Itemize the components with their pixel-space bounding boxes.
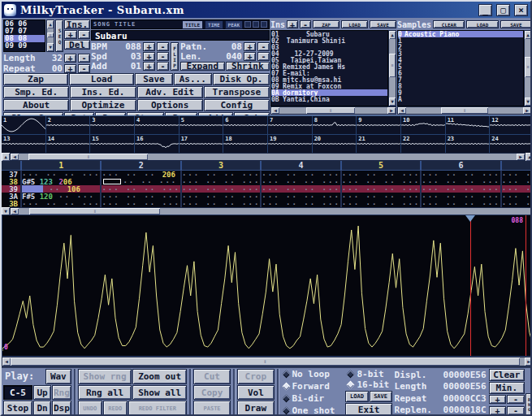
- scroll-thumb[interactable]: ≡: [389, 54, 396, 77]
- loop-mode-option-no-loop[interactable]: No loop: [281, 369, 344, 380]
- pattern-cell[interactable]: ··· ·· ·· ···: [20, 171, 100, 178]
- scroll-thumb[interactable]: ≡: [47, 32, 54, 37]
- pattern-cell[interactable]: ··· ·· ·· ···: [180, 200, 260, 207]
- pattern-cell[interactable]: G#5 123 206: [20, 178, 100, 185]
- octave-down-button[interactable]: Dn: [33, 401, 51, 416]
- seq-strip-button[interactable]: SEQ: [55, 20, 63, 52]
- instrument-save-button[interactable]: SAVE: [370, 20, 396, 28]
- sample-row[interactable]: 7: [398, 76, 523, 83]
- titlebar[interactable]: MilkyTracker - Subaru.xm _ ▢ ×: [2, 2, 530, 18]
- sample-row[interactable]: 0Acoustic Piano: [398, 31, 523, 37]
- sample-thumbnail-9[interactable]: 9: [357, 116, 400, 134]
- menu-button-save[interactable]: Save: [135, 73, 173, 85]
- tab-time[interactable]: TIME: [205, 20, 223, 29]
- position-list[interactable]: 06 0607 0708 0809 09: [3, 20, 45, 52]
- sample-row[interactable]: 3: [398, 50, 523, 57]
- sample-thumbnail-14[interactable]: 14: [46, 135, 90, 153]
- instrument-vscrollbar[interactable]: ▲≡▼: [388, 30, 396, 106]
- spd-minus-button[interactable]: -: [157, 52, 169, 61]
- menu-button-disk-op-[interactable]: Disk Op.: [213, 73, 270, 85]
- play-position-marker[interactable]: [465, 215, 475, 222]
- scroll-left-icon[interactable]: ◀: [11, 154, 19, 160]
- tab-title[interactable]: TITLE: [182, 20, 203, 29]
- pattern-row-3B[interactable]: 3B··· ·· ·· ······ ·· ·· ······ ·· ·· ··…: [2, 200, 532, 207]
- scroll-right-icon[interactable]: ▶: [517, 154, 525, 160]
- patn-plus-button[interactable]: +: [244, 42, 256, 51]
- repeat-plus-button[interactable]: +: [64, 64, 76, 73]
- scroll-track[interactable]: ≡: [47, 28, 54, 43]
- sample-load-button[interactable]: LOAD: [466, 20, 498, 28]
- pattern-row-38[interactable]: 38G#5 123 206·· ·· ······ ·· ·· ······ ·…: [2, 178, 532, 185]
- scroll-left-icon[interactable]: ◀: [398, 107, 406, 114]
- sample-thumbnail-11[interactable]: 11: [446, 116, 490, 134]
- pattern-up-icon[interactable]: ▲: [2, 153, 10, 161]
- pattern-cell[interactable]: ··· ·· ·· ···: [340, 200, 420, 207]
- scroll-left-icon[interactable]: ◀: [11, 208, 19, 214]
- sample-load-small-button[interactable]: LOAD: [345, 391, 368, 402]
- sample-list[interactable]: 0Acoustic Piano123456789A: [397, 30, 524, 106]
- pattern-cell[interactable]: ··· ·· ·· ···: [260, 178, 340, 185]
- add-minus-button[interactable]: -: [157, 62, 169, 71]
- show-all-button[interactable]: Show all: [132, 385, 187, 401]
- sample-row[interactable]: 1: [398, 37, 523, 44]
- pattern-cell[interactable]: ··· ·· ·· ···: [100, 200, 179, 207]
- position-minus-button[interactable]: -: [78, 30, 91, 39]
- channel-header-4[interactable]: 4: [260, 161, 340, 170]
- pattern-cell[interactable]: ··· ·· ·· ···: [420, 171, 500, 178]
- instrument-row[interactable]: 0Adormitory: [271, 89, 387, 96]
- instrument-row[interactable]: 01 Subaru: [271, 31, 387, 37]
- menu-button-zap[interactable]: Zap: [3, 73, 68, 85]
- instrument-hscrollbar[interactable]: ◀⦀▶: [270, 106, 396, 115]
- repeat-plus-small-button[interactable]: +: [489, 395, 507, 404]
- draw-button[interactable]: Draw: [237, 401, 274, 416]
- position-plus-button[interactable]: +: [64, 30, 77, 39]
- redo-filter-button[interactable]: REDO FILTER: [128, 401, 187, 416]
- pattern-cell[interactable]: ·· ·· ···: [100, 178, 179, 185]
- sample-clear-button[interactable]: CLEAR: [433, 20, 465, 28]
- sample-row[interactable]: 8: [398, 83, 523, 89]
- pattern-cell[interactable]: ··· ·· ·· ···: [420, 185, 500, 193]
- pattern-cell[interactable]: ··· ·· ·· ···: [420, 178, 500, 185]
- scroll-track[interactable]: ⦀: [11, 358, 525, 366]
- play-wav-button[interactable]: Wav: [45, 369, 71, 384]
- zoom-out-button[interactable]: Zoom out: [132, 369, 187, 384]
- scroll-right-icon[interactable]: ▶: [523, 107, 531, 114]
- pattern-cell[interactable]: ··· ·· ·· 206: [100, 171, 179, 178]
- pattern-cell[interactable]: ··· ·· ·· ···: [100, 185, 179, 193]
- repeat-minus-small-button[interactable]: -: [507, 395, 525, 404]
- sample-thumbnail-15[interactable]: 15: [90, 135, 134, 153]
- relative-note-display[interactable]: C-5: [3, 385, 32, 401]
- instrument-row[interactable]: 05 Taipei,Taiwan: [271, 57, 387, 63]
- pattern-cell[interactable]: ··· ·· ·· ···: [500, 193, 532, 200]
- scroll-right-icon[interactable]: ▶: [525, 358, 532, 366]
- replen-plus-small-button[interactable]: +: [489, 406, 507, 415]
- pattern-row-39[interactable]: 39 ·· 106··· ·· ·· ······ ·· ·· ······ ·…: [2, 185, 532, 193]
- menu-button-ins-ed-[interactable]: Ins. Ed.: [70, 86, 136, 98]
- position-scrollbar[interactable]: ▲≡▼: [46, 20, 54, 52]
- scroll-left-icon[interactable]: ◀: [271, 107, 279, 114]
- sample-save-button[interactable]: SAVE: [500, 20, 532, 28]
- play-rng-button[interactable]: Rng: [52, 385, 71, 401]
- len-plus-button[interactable]: +: [244, 52, 256, 61]
- shrink-button[interactable]: Shrink: [226, 62, 270, 71]
- pattern-cell[interactable]: ··· ·· ·· ···: [500, 171, 532, 178]
- scroll-down-icon[interactable]: ▼: [47, 43, 54, 51]
- instrument-minus-button[interactable]: -: [300, 20, 311, 28]
- sample-thumbnail-2[interactable]: 2: [46, 116, 90, 134]
- sample-thumbnail-18[interactable]: 18: [223, 135, 267, 153]
- bit-depth-option-8-bit[interactable]: 8-bit: [345, 369, 391, 379]
- sample-row[interactable]: 5: [398, 63, 523, 70]
- range-all-button[interactable]: Rng all: [78, 385, 132, 401]
- sample-save-small-button[interactable]: SAVE: [370, 391, 392, 402]
- loop-mode-option-one-shot[interactable]: One shot: [281, 405, 344, 416]
- show-range-button[interactable]: Show rng: [78, 369, 132, 384]
- instrument-row[interactable]: 09Remix at Foxcon: [271, 83, 387, 89]
- channel-header-3[interactable]: 3: [180, 161, 260, 170]
- scroll-track[interactable]: ≡: [525, 39, 531, 98]
- sample-thumbnail-17[interactable]: 17: [179, 135, 223, 153]
- sample-row[interactable]: 2: [398, 44, 523, 50]
- scroll-right-icon[interactable]: ▶: [387, 107, 396, 114]
- scroll-track[interactable]: ⦀: [406, 107, 523, 114]
- pattern-up2-icon[interactable]: ▲: [526, 153, 532, 161]
- pattern-cell[interactable]: ··· ·· ·· ···: [340, 185, 420, 193]
